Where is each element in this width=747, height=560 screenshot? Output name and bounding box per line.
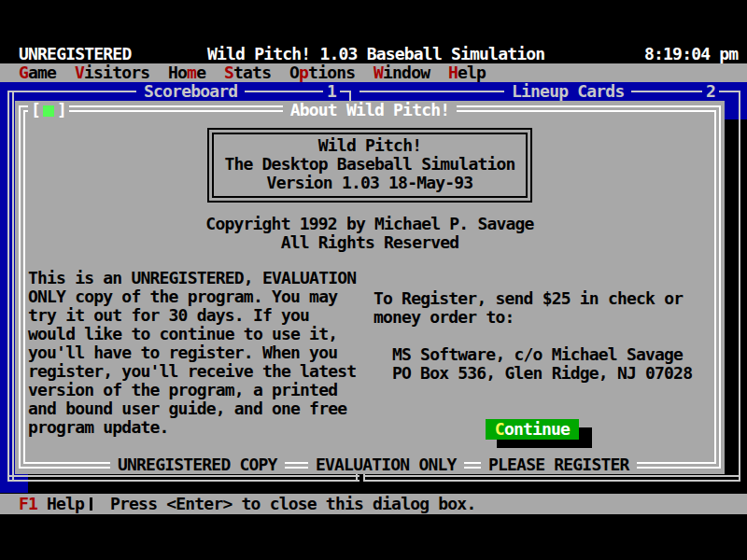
copyright-block: Copyright 1992 by Michael P. Savage All … xyxy=(15,215,725,252)
continue-button[interactable]: Continue xyxy=(486,419,579,440)
register-line: To Register, send $25 in check or xyxy=(374,289,719,308)
evaluation-text: This is an UNREGISTERED, EVALUATION ONLY… xyxy=(28,269,383,437)
status-message: Press <Enter> to close this dialog box. xyxy=(110,494,475,514)
app-title: Wild Pitch! 1.03 Baseball Simulation xyxy=(207,45,544,63)
product-name: Wild Pitch! xyxy=(214,136,526,155)
rights-line: All Rights Reserved xyxy=(15,233,725,252)
menu-visitors[interactable]: Visitors xyxy=(75,63,149,82)
dos-screen: UNREGISTERED Wild Pitch! 1.03 Baseball S… xyxy=(0,0,747,560)
footer-evaluation: EVALUATION ONLY xyxy=(308,455,464,474)
menu-home[interactable]: Home xyxy=(168,63,205,82)
body-line: you'll have to register. When you xyxy=(28,343,383,362)
f1-key-hint[interactable]: F1 xyxy=(19,494,37,514)
product-tagline: The Desktop Baseball Simulation xyxy=(214,155,526,174)
desktop-bottom-left xyxy=(0,474,28,493)
about-box-inner: Wild Pitch! The Desktop Baseball Simulat… xyxy=(212,133,528,198)
product-version: Version 1.03 18-May-93 xyxy=(214,174,526,192)
register-line: money order to: xyxy=(374,308,719,327)
footer-unregistered: UNREGISTERED COPY xyxy=(110,455,285,474)
menu-stats[interactable]: Stats xyxy=(224,63,271,82)
register-address: MS Software, c/o Michael Savage PO Box 5… xyxy=(392,345,738,383)
scoreboard-bottom-right-corner xyxy=(356,474,358,482)
lineup-window-interior xyxy=(725,82,747,119)
body-line: would like to continue to use it, xyxy=(28,325,383,343)
close-icon xyxy=(43,105,54,117)
lineup-window-number: 2 xyxy=(702,82,719,101)
scoreboard-left-border-inner xyxy=(12,91,14,482)
lineup-bottom-border xyxy=(363,475,740,477)
dialog-shadow-bottom xyxy=(0,474,747,493)
close-button[interactable]: [] xyxy=(28,101,69,119)
lineup-right-border xyxy=(739,91,740,482)
scoreboard-bottom-border xyxy=(7,475,359,477)
dialog-shadow-right xyxy=(725,119,747,474)
scoreboard-bottom-border-inner xyxy=(7,480,359,482)
menu-window[interactable]: Window xyxy=(374,63,430,82)
lineup-window-title[interactable]: Lineup Cards xyxy=(504,82,631,101)
body-line: version of the program, a printed xyxy=(28,381,383,399)
scoreboard-left-border xyxy=(7,91,9,482)
titlebar: UNREGISTERED Wild Pitch! 1.03 Baseball S… xyxy=(0,45,747,63)
footer-register: PLEASE REGISTER xyxy=(481,455,637,474)
address-line: PO Box 536, Glen Ridge, NJ 07028 xyxy=(392,364,738,383)
body-line: try it out for 30 days. If you xyxy=(28,306,383,325)
body-line: program update. xyxy=(28,418,383,437)
lineup-bottom-left-corner xyxy=(363,474,365,482)
address-line: MS Software, c/o Michael Savage xyxy=(392,345,738,364)
register-instructions: To Register, send $25 in check or money … xyxy=(374,289,719,327)
about-box: Wild Pitch! The Desktop Baseball Simulat… xyxy=(207,128,532,203)
dialog-title: About Wild Pitch! xyxy=(283,101,458,119)
menu-bar: Game Visitors Home Stats Options Window … xyxy=(0,63,747,82)
menu-options[interactable]: Options xyxy=(289,63,355,82)
status-bar: F1 Help Press <Enter> to close this dial… xyxy=(0,494,747,514)
body-line: ONLY copy of the program. You may xyxy=(28,287,383,306)
body-line: and bound user guide, and one free xyxy=(28,399,383,418)
about-dialog: [] About Wild Pitch! Wild Pitch! The Des… xyxy=(15,101,725,474)
menu-help[interactable]: Help xyxy=(448,63,486,82)
body-line: register, you'll receive the latest xyxy=(28,362,383,381)
status-separator xyxy=(90,497,92,511)
f1-key-label[interactable]: Help xyxy=(47,494,84,514)
registration-status: UNREGISTERED xyxy=(19,45,131,63)
menu-game[interactable]: Game xyxy=(19,63,56,82)
clock: 8:19:04 pm xyxy=(644,45,738,63)
lineup-bottom-border-inner xyxy=(363,480,740,482)
body-line: This is an UNREGISTERED, EVALUATION xyxy=(28,269,383,287)
scoreboard-window-number: 1 xyxy=(323,82,340,101)
scoreboard-window-title[interactable]: Scoreboard xyxy=(136,82,245,101)
copyright-line: Copyright 1992 by Michael P. Savage xyxy=(15,215,725,233)
